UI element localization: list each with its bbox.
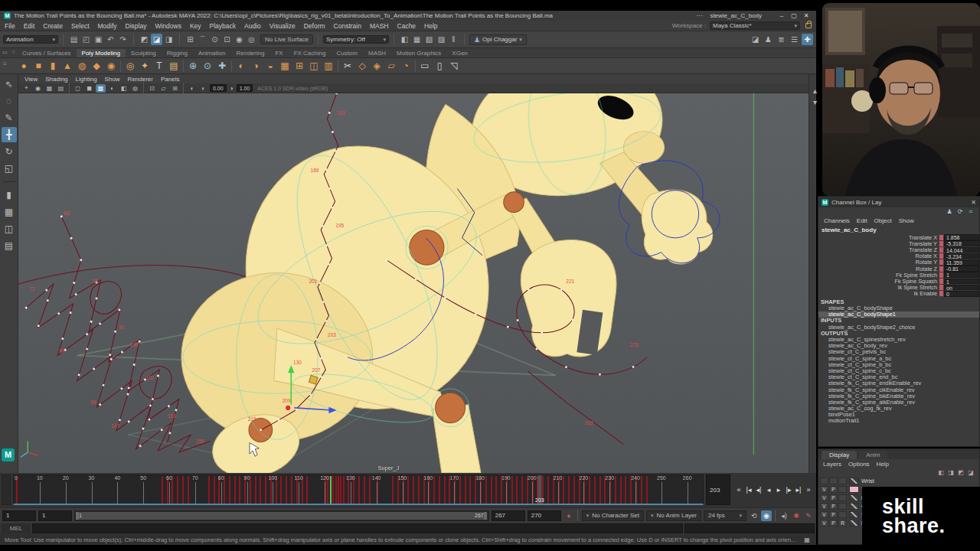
channel-box-header[interactable]: M Channel Box / Lay ✕ (818, 197, 979, 207)
keyframe-tick[interactable] (260, 476, 261, 504)
shelf-platonic-icon[interactable]: ◎ (123, 59, 137, 73)
keyframe-tick[interactable] (392, 476, 394, 504)
layer-color-swatch[interactable] (849, 494, 859, 501)
layer-reference-toggle[interactable] (838, 511, 847, 518)
channel-graph-icon[interactable]: ≈ (967, 208, 975, 216)
layer-row-wrist[interactable]: Wrist (818, 477, 979, 485)
shelf-locator-icon[interactable]: ✚ (215, 59, 229, 73)
layout-four-pane[interactable]: ▦ (2, 204, 17, 220)
layer-reference-toggle[interactable]: R (838, 520, 847, 527)
attribute-editor-toggle-icon[interactable]: ☰ (789, 34, 800, 45)
shelf-plane-icon[interactable]: ◆ (90, 59, 103, 73)
character-controls-icon[interactable]: ♟ (763, 34, 774, 45)
layer-playback-toggle[interactable]: P (829, 511, 838, 518)
keyframe-tick[interactable] (459, 476, 461, 504)
shelf-options-icon[interactable]: ≡ (3, 60, 7, 67)
timeline-ruler[interactable]: 0102030405060708090100110120130140150160… (13, 474, 704, 505)
layer-visible-toggle[interactable] (820, 478, 828, 484)
keyframe-tick[interactable] (182, 476, 184, 504)
lasso-select-tool[interactable]: ◌ (2, 93, 17, 109)
shelf-normals-icon[interactable]: ◹ (447, 59, 461, 73)
keyframe-tick[interactable] (306, 476, 308, 504)
account-menu[interactable]: ♟ Opi Chaggar ▾ (469, 34, 527, 45)
layer-playback-toggle[interactable]: P (829, 503, 838, 510)
camera-lock-icon[interactable]: ◉ (33, 84, 43, 93)
keyframe-tick[interactable] (491, 476, 492, 504)
shelf-disc-icon[interactable]: ◉ (104, 59, 118, 73)
playback-options-icon[interactable]: ✱ (791, 510, 802, 521)
keyframe-tick[interactable] (521, 476, 523, 504)
channel-value-fk-spine-stretch[interactable]: 1 (944, 272, 979, 278)
viewcube-icon[interactable]: ⌖ (21, 84, 31, 93)
shelf-tab-poly-modeling[interactable]: Poly Modeling (77, 49, 126, 57)
menu-cache[interactable]: Cache (397, 22, 416, 30)
keyframe-tick[interactable] (280, 476, 282, 504)
auto-key-icon[interactable]: ◉ (761, 510, 772, 521)
shelf-tab-rendering[interactable]: Rendering (230, 49, 270, 57)
new-scene-icon[interactable]: ▤ (68, 34, 80, 45)
viewport-canvas[interactable]: 6672788490961021411471501561831891952012… (18, 93, 808, 473)
view-transform-select[interactable]: ACES 1.0 SDR-video (sRGB) (257, 86, 328, 91)
layer-tab-display[interactable]: Display (822, 451, 857, 459)
keyframe-tick[interactable] (599, 476, 601, 504)
shelf-star-icon[interactable]: ✦ (138, 59, 152, 73)
channel-history-icon[interactable]: ⟳ (956, 208, 964, 216)
keyframe-tick[interactable] (511, 476, 513, 504)
menu-display[interactable]: Display (126, 22, 147, 30)
ipr-render-icon[interactable]: ▧ (423, 34, 435, 45)
shelf-joint-icon[interactable]: ⊕ (186, 59, 200, 73)
menu-windows[interactable]: Windows (155, 22, 181, 30)
layer-playback-toggle[interactable] (829, 478, 838, 484)
layer-visible-toggle[interactable]: V (820, 486, 828, 493)
exposure-icon[interactable]: ◖ (187, 84, 197, 93)
layer-visible-toggle[interactable]: V (820, 520, 828, 527)
panel-scroll-strip[interactable]: ▴▾ (808, 74, 816, 473)
panel-menu-lighting[interactable]: Lighting (76, 76, 97, 83)
select-object-icon[interactable]: ◪ (151, 34, 162, 45)
keyframe-tick[interactable] (265, 476, 266, 504)
outliner-toggle-icon[interactable]: ◪ (750, 34, 761, 45)
channel-value-rotate-y[interactable]: 11.359 (944, 259, 979, 266)
set-key-icon[interactable]: ♦ (564, 510, 574, 521)
keyframe-tick[interactable] (563, 476, 564, 504)
layer-color-swatch[interactable] (849, 520, 859, 527)
keyframe-tick[interactable] (641, 476, 642, 504)
history-toggle-icon[interactable]: ◧ (399, 34, 410, 45)
panel-menu-panels[interactable]: Panels (161, 76, 179, 83)
keyframe-tick[interactable] (485, 476, 487, 504)
shelf-targetweld-icon[interactable]: ◇ (355, 59, 369, 73)
layer-playback-toggle[interactable]: P (829, 494, 838, 501)
layer-color-swatch[interactable] (849, 478, 859, 484)
layer-playback-toggle[interactable]: P (829, 520, 838, 527)
channel-value-rotate-z[interactable]: -0.81 (944, 266, 979, 272)
shelf-multicut-icon[interactable]: ✂ (341, 59, 354, 73)
layer-menu-options[interactable]: Options (848, 461, 870, 468)
command-input[interactable] (32, 523, 683, 533)
range-slider-bar[interactable]: 1 267 (76, 512, 487, 520)
shelf-separate-icon[interactable]: ◑ (249, 59, 263, 73)
shelf-torus-icon[interactable]: ◍ (75, 59, 89, 73)
menu-deform[interactable]: Deform (304, 22, 325, 30)
layer-visible-toggle[interactable]: V (820, 494, 828, 501)
mute-audio-icon[interactable]: ◂) (779, 510, 789, 521)
go-to-start-button[interactable]: « (734, 484, 743, 495)
pause-icon[interactable]: ‖ (448, 34, 459, 45)
workspace-select[interactable]: Maya Classic* (710, 21, 800, 30)
render-settings-icon[interactable]: ▨ (436, 34, 447, 45)
joints-xray-icon[interactable]: ⊞ (170, 84, 180, 93)
keyframe-tick[interactable] (439, 476, 440, 504)
shelf-text-icon[interactable]: T (152, 59, 166, 73)
keyframe-tick[interactable] (364, 476, 365, 504)
rotate-tool[interactable]: ↻ (2, 144, 17, 159)
layer-playback-toggle[interactable]: P (829, 486, 838, 493)
keyframe-tick[interactable] (418, 476, 420, 504)
channel-value-translate-y[interactable]: -5.318 (944, 240, 979, 246)
keyframe-tick[interactable] (291, 476, 292, 504)
camera-attrs-icon[interactable]: ▦ (44, 84, 54, 93)
shelf-smooth-icon[interactable]: ▦ (278, 59, 292, 73)
layer-color-swatch[interactable] (849, 511, 859, 518)
keyframe-tick[interactable] (547, 476, 549, 504)
shelf-bridge-icon[interactable]: ▥ (322, 59, 335, 73)
close-button[interactable]: ✕ (800, 12, 812, 19)
keyframe-tick[interactable] (358, 476, 360, 504)
